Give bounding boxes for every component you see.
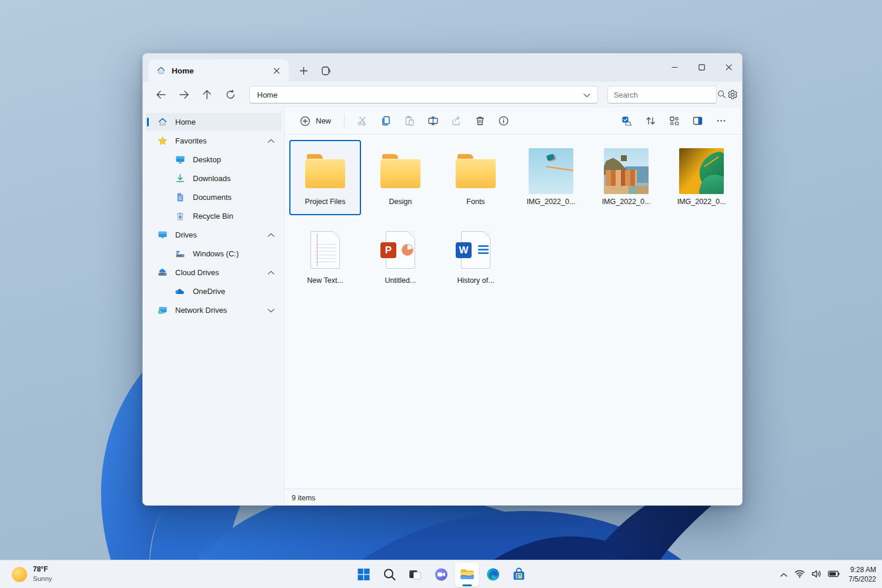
sort-button[interactable]	[640, 111, 661, 131]
battery-icon[interactable]	[828, 570, 840, 579]
tab-overview-button[interactable]	[318, 63, 333, 78]
sidebar-item-downloads[interactable]: Downloads	[145, 169, 282, 188]
multi-select-toggle-icon[interactable]	[616, 111, 637, 131]
sidebar-item-onedrive[interactable]: OneDrive	[145, 282, 282, 300]
chevron-up-icon[interactable]	[268, 270, 275, 275]
window-body: Home Favorites Desktop	[143, 108, 742, 506]
chat-button[interactable]	[429, 563, 453, 587]
home-icon	[157, 117, 168, 128]
sidebar-item-label: Documents	[193, 193, 232, 202]
hidden-icons-chevron-icon[interactable]	[780, 570, 788, 579]
minimize-button[interactable]	[661, 54, 688, 81]
powerpoint-file-icon: P	[386, 231, 415, 269]
sidebar-item-documents[interactable]: Documents	[145, 188, 282, 206]
settings-gear-icon[interactable]	[724, 85, 742, 104]
view-button[interactable]	[663, 111, 684, 131]
tab-home[interactable]: Home	[149, 59, 289, 82]
delete-icon[interactable]	[469, 111, 490, 131]
paste-icon[interactable]	[399, 111, 420, 131]
close-button[interactable]	[715, 54, 742, 81]
desktop-icon	[175, 155, 185, 165]
sidebar-item-recycle-bin[interactable]: Recycle Bin	[145, 207, 282, 225]
maximize-button[interactable]	[688, 54, 715, 81]
file-explorer-button[interactable]	[455, 563, 479, 587]
sidebar-item-favorites[interactable]: Favorites	[145, 132, 282, 150]
pie-chart-glyph	[402, 244, 413, 256]
file-name: Fonts	[466, 198, 485, 206]
cut-icon[interactable]	[352, 111, 373, 131]
network-drives-icon	[157, 305, 168, 316]
taskbar-apps	[352, 560, 531, 588]
folder-icon	[305, 154, 345, 188]
file-name: New Text...	[307, 276, 343, 285]
content-pane: New	[284, 108, 742, 506]
chevron-down-icon[interactable]	[268, 308, 275, 313]
windows-drive-icon	[175, 249, 185, 259]
sidebar-item-cloud-drives[interactable]: Cloud Drives	[145, 263, 282, 282]
word-badge: W	[456, 242, 472, 258]
new-button[interactable]: New	[294, 112, 337, 130]
properties-icon[interactable]	[493, 111, 514, 131]
more-options-button[interactable]	[710, 111, 731, 131]
new-button-label: New	[316, 116, 331, 125]
windows-logo-icon	[357, 568, 370, 581]
file-name: Untitled...	[385, 276, 416, 285]
command-toolbar: New	[285, 108, 742, 135]
file-tile-img-3[interactable]: IMG_2022_0...	[666, 140, 737, 215]
task-view-button[interactable]	[403, 563, 427, 587]
sidebar-item-label: Windows (C:)	[193, 249, 239, 258]
refresh-button[interactable]	[220, 85, 240, 105]
file-tile-project-files[interactable]: Project Files	[289, 140, 361, 215]
start-button[interactable]	[352, 563, 376, 587]
copy-icon[interactable]	[375, 111, 396, 131]
file-tile-history-doc[interactable]: W History of...	[440, 219, 512, 294]
taskbar: 78°F Sunny	[0, 560, 882, 588]
address-bar[interactable]: Home	[249, 86, 597, 103]
file-tile-design[interactable]: Design	[365, 140, 436, 215]
sidebar-item-home[interactable]: Home	[145, 113, 282, 131]
sidebar-item-network-drives[interactable]: Network Drives	[145, 301, 282, 319]
file-grid: Project Files Design Fonts	[285, 135, 742, 296]
taskbar-clock[interactable]: 9:28 AM 7/5/2022	[846, 565, 876, 584]
wifi-icon[interactable]	[794, 570, 805, 580]
chevron-up-icon[interactable]	[268, 139, 275, 143]
back-button[interactable]	[151, 85, 171, 105]
search-input[interactable]	[614, 91, 717, 99]
text-file-icon	[310, 231, 340, 269]
search-box[interactable]	[607, 86, 717, 103]
up-button[interactable]	[198, 85, 217, 105]
store-icon	[512, 567, 526, 582]
file-tile-untitled-ppt[interactable]: P Untitled...	[365, 219, 436, 294]
selection-indicator	[147, 118, 149, 126]
clock-date: 7/5/2022	[848, 575, 876, 583]
share-icon[interactable]	[446, 111, 467, 131]
onedrive-icon	[175, 286, 185, 297]
new-tab-button[interactable]	[296, 63, 311, 78]
toolbar-divider	[344, 114, 345, 128]
file-tile-img-1[interactable]: IMG_2022_0...	[515, 140, 587, 215]
item-count: 9 items	[292, 494, 315, 502]
rename-icon[interactable]	[422, 111, 443, 131]
tab-close-icon[interactable]	[269, 63, 284, 78]
preview-pane-button[interactable]	[687, 111, 708, 131]
volume-icon[interactable]	[811, 570, 821, 580]
weather-widget[interactable]: 78°F Sunny	[7, 560, 57, 588]
window-controls	[661, 54, 742, 82]
edge-button[interactable]	[481, 563, 505, 587]
sidebar-item-drives[interactable]: Drives	[145, 226, 282, 244]
search-icon	[383, 568, 396, 581]
folder-icon	[380, 154, 420, 188]
weather-condition: Sunny	[33, 575, 52, 582]
taskbar-search-button[interactable]	[377, 563, 402, 587]
file-tile-img-2[interactable]: IMG_2022_0...	[590, 140, 662, 215]
sidebar-item-windows-c[interactable]: Windows (C:)	[145, 245, 282, 263]
forward-button[interactable]	[174, 85, 193, 105]
chevron-up-icon[interactable]	[268, 233, 275, 238]
file-tile-new-text[interactable]: New Text...	[289, 219, 361, 294]
store-button[interactable]	[507, 563, 531, 587]
sidebar-item-desktop[interactable]: Desktop	[145, 151, 282, 169]
address-dropdown-chevron-icon[interactable]	[583, 91, 590, 99]
file-explorer-icon	[459, 567, 475, 582]
file-name: IMG_2022_0...	[677, 198, 726, 206]
file-tile-fonts[interactable]: Fonts	[440, 140, 512, 215]
